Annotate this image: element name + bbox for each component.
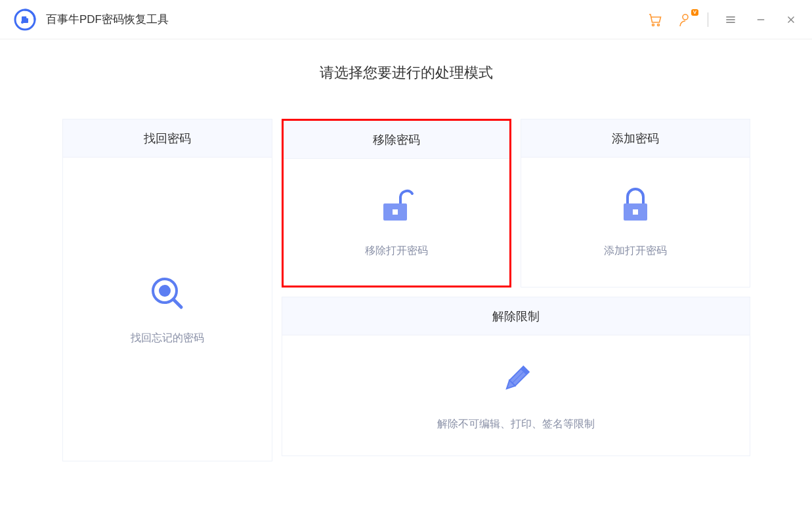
card-remove-restriction[interactable]: 解除限制 解除不可编辑、打印、签名等限制 (282, 297, 750, 456)
svg-point-14 (159, 285, 171, 297)
card-desc: 解除不可编辑、打印、签名等限制 (437, 417, 595, 431)
card-desc: 移除打开密码 (365, 244, 428, 258)
account-button[interactable]: V (677, 12, 693, 28)
card-desc: 找回忘记的密码 (131, 331, 204, 345)
unlock-icon (377, 186, 416, 226)
mode-grid: 找回密码 找回忘记的密码 移除密码 (62, 119, 750, 456)
svg-rect-17 (393, 209, 398, 215)
svg-point-2 (26, 16, 29, 18)
magnifier-icon (148, 274, 187, 313)
cart-button[interactable] (647, 12, 663, 28)
app-logo-icon (13, 8, 37, 32)
divider (708, 12, 708, 27)
lock-icon (616, 186, 655, 226)
menu-button[interactable] (723, 12, 738, 28)
vip-badge-icon: V (691, 9, 698, 16)
main-content: 请选择您要进行的处理模式 找回密码 找回忘记的密码 移除密码 (0, 39, 812, 456)
app-title: 百事牛PDF密码恢复工具 (46, 12, 169, 27)
titlebar-left: 百事牛PDF密码恢复工具 (13, 8, 169, 32)
card-body: 移除打开密码 (284, 159, 509, 286)
card-title: 解除限制 (282, 297, 750, 335)
card-title: 添加密码 (521, 119, 750, 158)
page-subtitle: 请选择您要进行的处理模式 (62, 63, 750, 83)
close-button[interactable] (783, 12, 799, 28)
card-title: 找回密码 (63, 119, 272, 158)
card-body: 找回忘记的密码 (63, 158, 272, 461)
titlebar: 百事牛PDF密码恢复工具 V (0, 0, 812, 39)
card-desc: 添加打开密码 (604, 244, 667, 258)
card-add-password[interactable]: 添加密码 添加打开密码 (521, 119, 750, 287)
card-body: 解除不可编辑、打印、签名等限制 (282, 335, 750, 456)
svg-point-3 (21, 21, 24, 24)
card-body: 添加打开密码 (521, 158, 750, 287)
svg-point-5 (658, 24, 660, 26)
svg-point-4 (652, 24, 654, 26)
card-recover-password[interactable]: 找回密码 找回忘记的密码 (62, 119, 272, 461)
svg-rect-19 (633, 209, 638, 215)
card-title: 移除密码 (284, 121, 509, 159)
minimize-button[interactable] (753, 12, 769, 28)
pencil-icon (496, 360, 536, 399)
svg-line-15 (173, 299, 181, 307)
titlebar-right: V (647, 12, 799, 28)
card-remove-password[interactable]: 移除密码 移除打开密码 (282, 119, 511, 287)
svg-point-6 (683, 14, 688, 20)
